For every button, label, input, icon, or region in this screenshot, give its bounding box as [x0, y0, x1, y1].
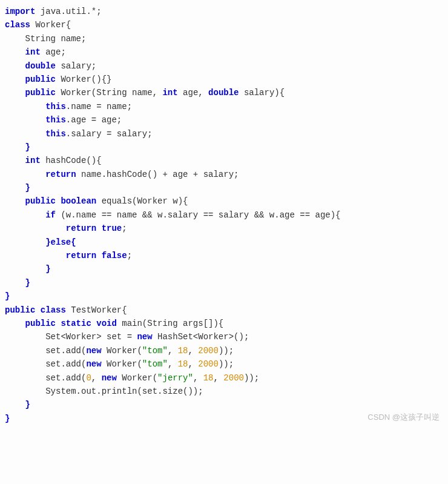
kw-if: if [5, 210, 56, 220]
t: .name = name; [66, 102, 132, 111]
t: )); [219, 346, 234, 356]
t: )); [219, 359, 234, 369]
t: } [5, 414, 10, 423]
t: , [188, 359, 199, 369]
t: age; [41, 47, 66, 57]
t: ; [122, 224, 127, 233]
kw-return: return [5, 170, 76, 179]
t: set.add( [5, 359, 86, 369]
t: } [5, 183, 30, 193]
kw-return: return [5, 251, 96, 260]
kw-class: class [5, 20, 30, 30]
watermark: CSDN @这孩子叫逆 [367, 411, 440, 424]
kw-new: new [86, 346, 101, 356]
t: name.hashCode() + age + salary; [76, 170, 239, 179]
t: , [168, 359, 178, 369]
t: String name; [5, 34, 86, 44]
kw-this: this [5, 102, 66, 111]
t: Set<Worker> set = [5, 332, 137, 342]
t: , [91, 373, 102, 383]
t: .age = age; [66, 115, 122, 125]
t: equals(Worker w){ [96, 196, 188, 206]
t: Worker(){} [56, 75, 111, 84]
kw-public: public [5, 75, 56, 84]
t: TestWorker{ [66, 305, 127, 315]
num: 2000 [198, 359, 219, 369]
t: } [5, 291, 10, 301]
t: )); [244, 373, 259, 383]
t: Worker{ [30, 20, 71, 30]
num: 18 [203, 373, 214, 383]
num: 18 [178, 359, 188, 369]
kw-new: new [102, 373, 117, 383]
kw-public: public [5, 305, 35, 315]
num: 0 [86, 373, 91, 383]
t: Worker( [117, 373, 157, 383]
kw-this: this [5, 115, 66, 125]
t: , [214, 373, 224, 383]
t: .salary = salary; [66, 129, 153, 139]
t: salary; [56, 61, 96, 71]
kw-int: int [162, 88, 177, 98]
str: "jerry" [157, 373, 193, 383]
t: System.out.println(set.size()); [5, 386, 203, 396]
kw-true: true [96, 224, 122, 233]
kw-boolean: boolean [56, 196, 96, 206]
kw-void: void [91, 319, 117, 328]
kw-public: public [5, 319, 56, 328]
kw-static: static [56, 319, 91, 328]
t: salary){ [239, 88, 285, 98]
t: set.add( [5, 346, 86, 356]
kw-public: public [5, 88, 56, 98]
t: } [5, 264, 51, 274]
t: }else{ [5, 237, 76, 247]
t: HashSet<Worker>(); [153, 332, 249, 342]
kw-class: class [35, 305, 65, 315]
t: } [5, 278, 30, 288]
t: java.util.*; [35, 7, 101, 16]
str: "tom" [142, 346, 168, 356]
num: 2000 [198, 346, 219, 356]
kw-double: double [5, 61, 56, 71]
t: set.add( [5, 373, 86, 383]
num: 18 [178, 346, 188, 356]
t: } [5, 400, 30, 409]
t: } [5, 142, 30, 152]
kw-return: return [5, 224, 96, 233]
code-block: import java.util.*; class Worker{ String… [5, 5, 443, 425]
kw-int: int [5, 156, 41, 165]
t: main(String args[]){ [117, 319, 223, 328]
t: ; [127, 251, 132, 260]
kw-new: new [137, 332, 152, 342]
t: age, [178, 88, 208, 98]
kw-public: public [5, 196, 56, 206]
t: , [168, 346, 178, 356]
kw-int: int [5, 47, 41, 57]
kw-double: double [208, 88, 239, 98]
t: hashCode(){ [41, 156, 102, 165]
t: Worker(String name, [56, 88, 162, 98]
t: Worker( [102, 359, 142, 369]
kw-import: import [5, 7, 35, 16]
kw-this: this [5, 129, 66, 139]
str: "tom" [142, 359, 168, 369]
t: , [188, 346, 199, 356]
t: (w.name == name && w.salary == salary &&… [56, 210, 340, 220]
t: , [193, 373, 203, 383]
kw-new: new [86, 359, 101, 369]
t: Worker( [102, 346, 142, 356]
kw-false: false [96, 251, 127, 260]
num: 2000 [223, 373, 244, 383]
